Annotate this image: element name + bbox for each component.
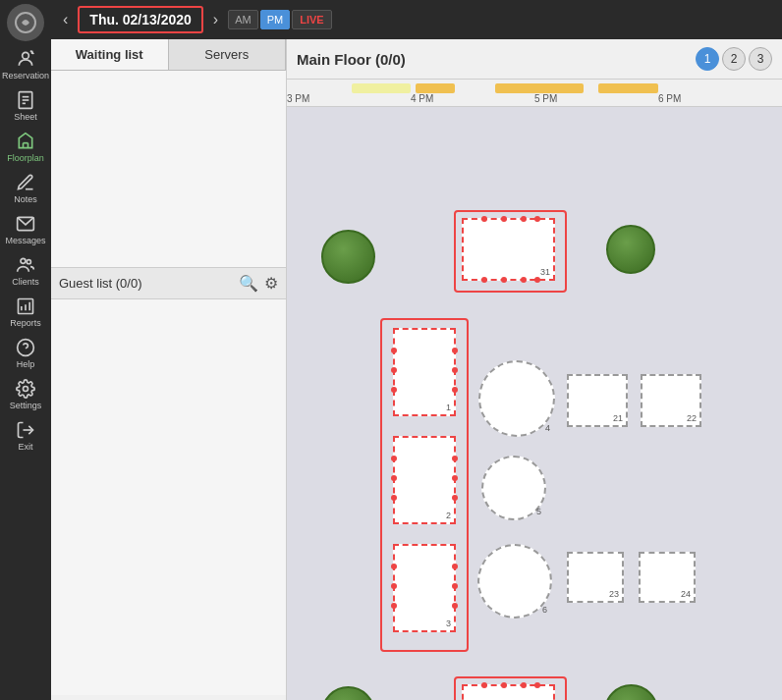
table-31-num: 31 — [540, 267, 550, 277]
table-5[interactable]: 5 — [481, 456, 546, 520]
table-32[interactable]: 32 — [462, 684, 555, 700]
table-22-num: 22 — [687, 413, 697, 423]
plant-top-left — [321, 230, 375, 284]
sidebar-item-clients[interactable]: Clients — [2, 251, 49, 291]
time-label-6pm: 6 PM — [658, 93, 681, 104]
table-3[interactable]: 3 — [393, 544, 456, 632]
floor-header: Main Floor (0/0) 1 2 3 — [287, 39, 782, 80]
am-button[interactable]: AM — [228, 10, 258, 29]
left-panel: Waiting list Servers Guest list (0/0) 🔍 … — [51, 39, 287, 700]
plant-bottom-left — [321, 686, 375, 700]
table-31[interactable]: 31 — [462, 218, 555, 281]
main-area: Main Floor (0/0) 1 2 3 3 PM 4 PM 5 PM 6 … — [287, 39, 782, 700]
table-22[interactable]: 22 — [641, 374, 701, 427]
table-1-num: 1 — [446, 403, 451, 412]
search-icon[interactable]: 🔍 — [239, 274, 258, 293]
floor-tabs: 1 2 3 — [696, 47, 772, 71]
table-2[interactable]: 2 — [393, 436, 456, 524]
time-label-5pm: 5 PM — [534, 93, 557, 104]
sidebar-item-reports[interactable]: Reports — [2, 293, 49, 332]
panel-tabs: Waiting list Servers — [51, 39, 286, 71]
waiting-area — [51, 71, 286, 267]
guest-list-header: Guest list (0/0) 🔍 ⚙ — [51, 267, 286, 299]
guest-list-body — [51, 299, 286, 695]
table-23-num: 23 — [609, 589, 619, 599]
servers-tab[interactable]: Servers — [169, 39, 287, 70]
floor-tab-1[interactable]: 1 — [696, 47, 719, 71]
svg-point-13 — [27, 260, 30, 264]
prev-date-button[interactable]: ‹ — [59, 9, 72, 30]
app-logo — [7, 4, 44, 41]
gear-icon[interactable]: ⚙ — [264, 274, 278, 293]
sidebar-item-help[interactable]: Help — [2, 334, 49, 373]
sidebar-item-sheet[interactable]: Sheet — [2, 86, 49, 126]
timeline: 3 PM 4 PM 5 PM 6 PM — [287, 80, 782, 107]
ampm-group: AM PM LIVE — [228, 10, 331, 29]
table-4[interactable]: 4 — [478, 360, 555, 437]
table-24-num: 24 — [681, 589, 691, 599]
svg-point-20 — [24, 387, 28, 392]
table-6-num: 6 — [542, 605, 547, 615]
table-23[interactable]: 23 — [567, 552, 624, 603]
topbar: ‹ Thu. 02/13/2020 › AM PM LIVE — [51, 0, 782, 39]
table-4-num: 4 — [545, 423, 550, 433]
table-21-num: 21 — [613, 413, 623, 423]
floor-tab-3[interactable]: 3 — [749, 47, 772, 71]
plant-bottom-right — [604, 684, 658, 700]
timeline-inner: 3 PM 4 PM 5 PM 6 PM — [287, 80, 782, 106]
table-5-num: 5 — [536, 507, 541, 516]
floor-title: Main Floor (0/0) — [297, 51, 686, 68]
guest-list-title: Guest list (0/0) — [59, 276, 233, 291]
next-date-button[interactable]: › — [209, 9, 222, 30]
time-label-3pm: 3 PM — [287, 93, 309, 104]
table-3-num: 3 — [446, 619, 451, 628]
table-6[interactable]: 6 — [477, 544, 552, 619]
svg-point-1 — [23, 52, 29, 59]
waiting-list-tab[interactable]: Waiting list — [51, 39, 169, 70]
timeline-bars — [287, 83, 782, 93]
sidebar: Reservation Sheet Floorplan Notes Messag… — [0, 0, 51, 700]
svg-point-12 — [21, 258, 26, 263]
floor-tab-2[interactable]: 2 — [722, 47, 746, 71]
plant-top-right — [606, 225, 655, 274]
sidebar-item-notes[interactable]: Notes — [2, 169, 49, 208]
table-21[interactable]: 21 — [567, 374, 628, 427]
pm-button[interactable]: PM — [260, 10, 291, 29]
table-2-num: 2 — [446, 511, 451, 520]
sidebar-item-floorplan[interactable]: Floorplan — [2, 128, 49, 167]
sidebar-item-messages[interactable]: Messages — [2, 210, 49, 249]
date-display: Thu. 02/13/2020 — [78, 6, 203, 33]
live-button[interactable]: LIVE — [292, 10, 331, 29]
time-label-4pm: 4 PM — [411, 93, 433, 104]
table-24[interactable]: 24 — [639, 552, 696, 603]
table-1[interactable]: 1 — [393, 328, 456, 416]
floor-canvas[interactable]: 31 1 4 — [287, 107, 782, 700]
sidebar-item-settings[interactable]: Settings — [2, 375, 49, 414]
sidebar-item-reservation[interactable]: Reservation — [2, 45, 49, 84]
sidebar-item-exit[interactable]: Exit — [2, 416, 49, 456]
